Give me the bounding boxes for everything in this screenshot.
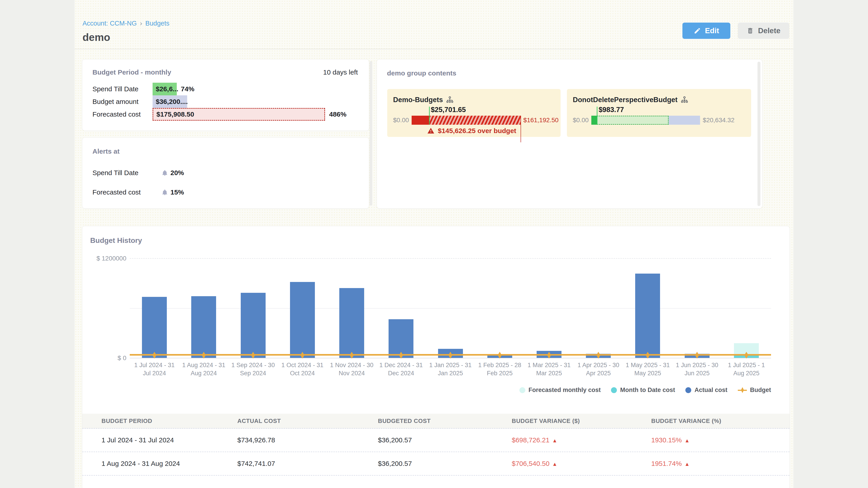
chart-slot[interactable] [722,258,771,358]
budget-legend-marker [738,387,747,394]
budget-progress-bar[interactable]: $25,701.65 [412,116,521,125]
group-budget-item-demo-budgets[interactable]: Demo-Budgets $0.00 $25,701.65 $161,192.5… [387,89,561,137]
edit-button-label: Edit [705,26,719,35]
legend-budget[interactable]: Budget [738,387,771,394]
delete-button-label: Delete [758,26,780,35]
header-divider [74,49,794,49]
alert-spend-label: Spend Till Date [92,169,161,177]
spend-till-date-percent: 74% [181,83,194,95]
table-row[interactable]: 1 Aug 2024 - 31 Aug 2024$742,741.07$36,2… [82,452,789,476]
table-row[interactable]: 1 Jul 2024 - 31 Jul 2024$734,926.78$36,2… [82,429,789,452]
alert-spend-value: 20% [170,169,184,177]
budget-detail-page: Account: CCM-NG › Budgets demo Edit Dele… [0,0,868,488]
legend-label: Forecasted monthly cost [528,387,601,394]
hierarchy-icon [681,96,688,104]
chart-slot[interactable] [278,258,327,358]
table-header-cell[interactable]: BUDGET VARIANCE (%) [651,418,789,424]
chart-slot[interactable] [376,258,426,358]
table-header-cell[interactable]: BUDGETED COST [378,418,512,424]
bar-sep-2024[interactable] [241,293,266,358]
chart-slot[interactable] [524,258,574,358]
budget-amount-bar[interactable]: $36,200.... [153,95,187,108]
legend-actual[interactable]: Actual cost [685,387,727,394]
group-budget-item-donotdelete[interactable]: DonotDeletePerspectiveBudget $0.00 $983.… [567,89,751,137]
budget-history-card: Budget History $ 1200000 $ 0 1 Jul 2024 … [82,226,790,488]
group-card-scrollbar[interactable] [757,62,761,206]
table-header-cell[interactable]: ACTUAL COST [237,418,378,424]
spend-till-date-label: Spend Till Date [92,83,153,95]
group-contents-title: demo group contents [387,69,456,77]
budget-min-label: $0.00 [573,117,589,124]
chart-slot[interactable] [228,258,278,358]
y-axis-zero-label: $ 0 [89,355,126,362]
table-cell: $742,741.07 [237,460,378,467]
budget-amount-label: Budget amount [92,95,153,108]
table-body: 1 Jul 2024 - 31 Jul 2024$734,926.78$36,2… [82,429,789,476]
over-budget-warning: $145,626.25 over budget [427,127,555,135]
chart-slot[interactable] [179,258,228,358]
delete-button[interactable]: Delete [738,23,789,39]
bar-jul-2024[interactable] [142,297,167,358]
budget-history-chart[interactable] [130,258,771,358]
bell-icon [161,169,168,176]
forecasted-cost-label: Forecasted cost [92,108,153,121]
spend-till-date-row: Spend Till Date $26,6... 74% [92,83,362,95]
budget-period-card: Budget Period - monthly 10 days left Spe… [82,59,369,131]
trend-up-icon: ▲ [684,461,690,467]
group-budget-name: Demo-Budgets [393,96,443,104]
actual-cost-segment [635,273,660,358]
budget-max-label: $20,634.32 [703,117,735,124]
spend-till-date-bar[interactable]: $26,6... [153,83,177,95]
breadcrumb: Account: CCM-NG › Budgets [83,20,169,27]
bar-oct-2024[interactable] [290,282,315,358]
x-axis-label: 1 Dec 2024 - 31Dec 2024 [376,361,426,377]
table-cell: 1 Aug 2024 - 31 Aug 2024 [82,460,237,467]
chart-slot[interactable] [574,258,623,358]
chart-slot[interactable] [673,258,722,358]
left-column-scrollbar[interactable] [370,61,372,205]
chart-legend: Forecasted monthly cost Month to Date co… [520,387,771,394]
variance-cell: 1951.74%▲ [651,460,789,467]
forecasted-cost-percent: 486% [329,108,346,121]
bar-nov-2024[interactable] [339,288,364,358]
legend-forecasted[interactable]: Forecasted monthly cost [520,387,601,394]
x-axis-labels: 1 Jul 2024 - 31Jul 20241 Aug 2024 - 31Au… [130,361,771,377]
alert-forecast-value: 15% [170,188,184,196]
remaining-segment [669,116,700,125]
chart-slot[interactable] [623,258,672,358]
spend-marker-value: $983.77 [597,106,624,114]
alerts-title: Alerts at [92,148,120,155]
budget-amount-row: Budget amount $36,200.... [92,95,362,108]
legend-label: Actual cost [694,387,727,394]
y-axis-max-label: $ 1200000 [89,255,126,262]
warning-icon [427,127,435,134]
budget-min-label: $0.00 [393,117,409,124]
page-title: demo [83,31,110,43]
breadcrumb-budgets-link[interactable]: Budgets [145,20,169,27]
x-axis-label: 1 Mar 2025 - 31Mar 2025 [524,361,574,377]
actual-cost-segment [339,288,364,358]
chart-slot[interactable] [130,258,179,358]
actual-cost-segment [241,293,266,358]
trend-up-icon: ▲ [552,461,557,467]
variance-cell: $706,540.50▲ [512,460,651,467]
breadcrumb-account-link[interactable]: Account: CCM-NG [83,20,137,27]
forecasted-cost-bar[interactable]: $175,908.50 [153,108,325,121]
actual-cost-segment [290,282,315,358]
chart-slot[interactable] [475,258,524,358]
edit-button[interactable]: Edit [682,23,730,39]
table-header-cell[interactable]: BUDGET PERIOD [82,418,237,424]
legend-month-to-date[interactable]: Month to Date cost [611,387,675,394]
chart-slot[interactable] [426,258,475,358]
table-header-cell[interactable]: BUDGET VARIANCE ($) [512,418,651,424]
bar-aug-2024[interactable] [191,296,216,358]
chart-slot[interactable] [327,258,376,358]
x-axis-label: 1 Oct 2024 - 31Oct 2024 [278,361,327,377]
alert-row-spend: Spend Till Date 20% [92,166,359,180]
budget-progress-bar[interactable]: $983.77 [591,116,700,125]
actual-cost-segment [191,296,216,358]
bar-may-2025[interactable] [635,273,660,358]
forecasted-cost-row: Forecasted cost $175,908.50 486% [92,108,362,121]
actual-cost-segment [142,297,167,358]
alert-row-forecast: Forecasted cost 15% [92,185,359,199]
